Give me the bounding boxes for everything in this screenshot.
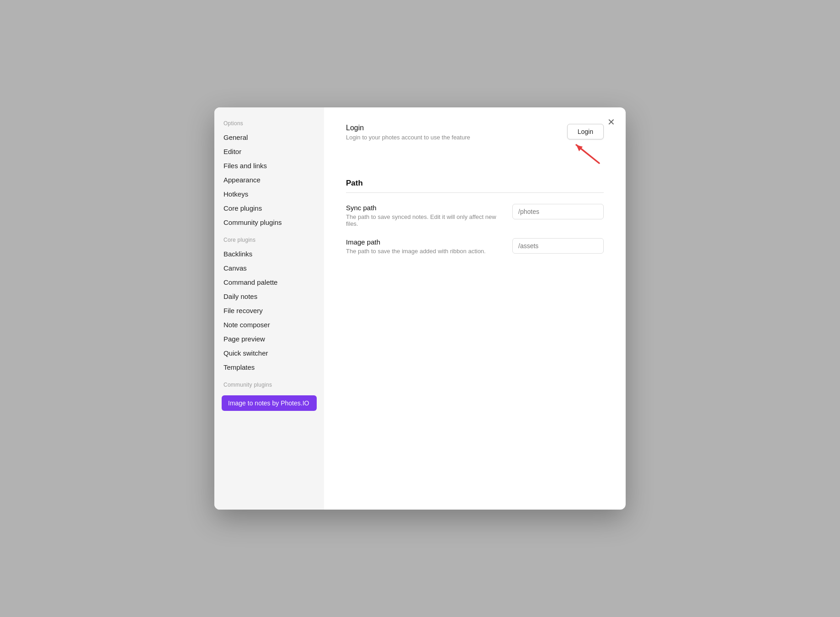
image-path-description: The path to save the image added with ri… bbox=[346, 248, 486, 255]
login-title: Login bbox=[346, 124, 470, 132]
sidebar-item-file-recovery[interactable]: File recovery bbox=[214, 303, 324, 318]
sidebar-item-core-plugins[interactable]: Core plugins bbox=[214, 201, 324, 215]
sidebar-item-quick-switcher[interactable]: Quick switcher bbox=[214, 346, 324, 360]
image-path-input[interactable] bbox=[512, 238, 604, 254]
login-description: Login to your photes account to use the … bbox=[346, 134, 470, 141]
sidebar-item-templates[interactable]: Templates bbox=[214, 360, 324, 374]
login-button-wrapper: Login bbox=[567, 124, 604, 164]
sidebar: Options General Editor Files and links A… bbox=[214, 107, 324, 510]
image-path-title: Image path bbox=[346, 238, 486, 246]
sidebar-item-note-composer[interactable]: Note composer bbox=[214, 318, 324, 332]
community-plugins-section: Community plugins Image to notes by Phot… bbox=[214, 382, 324, 411]
sync-path-info: Sync path The path to save synced notes.… bbox=[346, 204, 501, 227]
sidebar-item-page-preview[interactable]: Page preview bbox=[214, 332, 324, 346]
login-button[interactable]: Login bbox=[567, 124, 604, 139]
sidebar-item-backlinks[interactable]: Backlinks bbox=[214, 247, 324, 261]
path-section: Path Sync path The path to save synced n… bbox=[346, 179, 604, 255]
red-arrow-icon bbox=[567, 141, 604, 164]
sidebar-item-appearance[interactable]: Appearance bbox=[214, 173, 324, 187]
image-path-info: Image path The path to save the image ad… bbox=[346, 238, 486, 255]
settings-modal: Options General Editor Files and links A… bbox=[214, 107, 626, 510]
close-button[interactable]: ✕ bbox=[605, 116, 617, 128]
options-section: Options General Editor Files and links A… bbox=[214, 120, 324, 229]
sync-path-description: The path to save synced notes. Edit it w… bbox=[346, 213, 501, 227]
image-path-row: Image path The path to save the image ad… bbox=[346, 238, 604, 255]
section-divider bbox=[346, 192, 604, 193]
main-content: ✕ Login Login to your photes account to … bbox=[324, 107, 626, 510]
community-plugins-section-label: Community plugins bbox=[214, 382, 324, 392]
sidebar-item-community-plugins[interactable]: Community plugins bbox=[214, 215, 324, 229]
sync-path-row: Sync path The path to save synced notes.… bbox=[346, 204, 604, 227]
active-community-plugin[interactable]: Image to notes by Photes.IO bbox=[222, 395, 317, 411]
sync-path-title: Sync path bbox=[346, 204, 501, 212]
sidebar-item-command-palette[interactable]: Command palette bbox=[214, 275, 324, 289]
options-section-label: Options bbox=[214, 120, 324, 130]
sidebar-item-canvas[interactable]: Canvas bbox=[214, 261, 324, 275]
core-plugins-section: Core plugins Backlinks Canvas Command pa… bbox=[214, 237, 324, 374]
login-info: Login Login to your photes account to us… bbox=[346, 124, 470, 141]
sync-path-input[interactable] bbox=[512, 204, 604, 219]
sidebar-item-hotkeys[interactable]: Hotkeys bbox=[214, 187, 324, 201]
sidebar-item-editor[interactable]: Editor bbox=[214, 144, 324, 159]
sidebar-item-general[interactable]: General bbox=[214, 130, 324, 144]
sidebar-item-daily-notes[interactable]: Daily notes bbox=[214, 289, 324, 303]
arrow-container bbox=[567, 141, 604, 164]
core-plugins-section-label: Core plugins bbox=[214, 237, 324, 247]
login-section: Login Login to your photes account to us… bbox=[346, 124, 604, 164]
path-section-title: Path bbox=[346, 179, 604, 188]
sidebar-item-files-and-links[interactable]: Files and links bbox=[214, 159, 324, 173]
svg-marker-1 bbox=[576, 145, 583, 151]
